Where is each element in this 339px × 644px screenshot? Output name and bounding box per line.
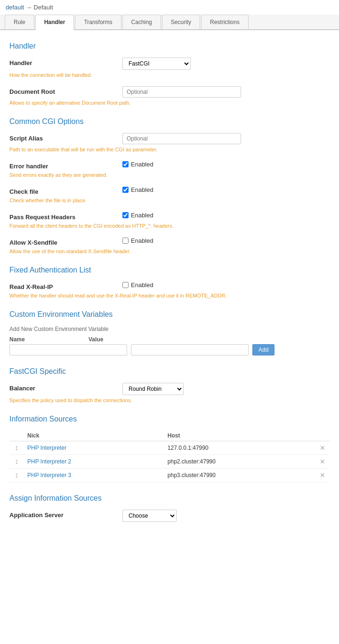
handler-field-group: Handler FastCGI CGI Static Proxy How the…	[9, 58, 330, 78]
app-server-label: Application Server	[9, 510, 122, 519]
check-file-checkbox-wrapper: Enabled	[122, 186, 330, 193]
info-nick-link[interactable]: PHP Interpreter 2	[27, 458, 71, 465]
remove-row-cell: ✕	[315, 469, 330, 482]
balancer-select[interactable]: Round Robin IP Hash Least Connections	[122, 383, 184, 395]
tab-caching[interactable]: Caching	[122, 15, 161, 29]
read-xrealip-checkbox-wrapper: Enabled	[122, 281, 330, 289]
tab-restrictions[interactable]: Restrictions	[201, 15, 249, 29]
fastcgi-section: FastCGI Specific Balancer Round Robin IP…	[9, 367, 330, 403]
check-file-text: Enabled	[131, 186, 153, 193]
pass-request-headers-checkbox[interactable]	[122, 212, 129, 218]
fixed-auth-section: Fixed Authentication List Read X-Real-IP…	[9, 266, 330, 298]
allow-xsendfile-text: Enabled	[131, 237, 153, 244]
assign-sources-section: Assign Information Sources Application S…	[9, 494, 330, 522]
document-root-input[interactable]	[122, 86, 241, 98]
env-input-row: Add	[9, 344, 330, 355]
check-file-label: Check file	[9, 186, 122, 195]
read-xrealip-hint: Whether the handler should read and use …	[9, 293, 330, 298]
remove-icon[interactable]: ✕	[320, 471, 325, 479]
balancer-select-wrapper: Round Robin IP Hash Least Connections	[122, 383, 330, 395]
breadcrumb-current: Default	[33, 4, 53, 11]
check-file-checkbox[interactable]	[122, 187, 129, 193]
allow-xsendfile-label: Allow X-Sendfile	[9, 237, 122, 246]
handler-select[interactable]: FastCGI CGI Static Proxy	[122, 58, 191, 70]
read-xrealip-text: Enabled	[131, 281, 153, 289]
error-handler-checkbox[interactable]	[122, 161, 129, 167]
allow-xsendfile-checkbox[interactable]	[122, 238, 129, 244]
pass-request-headers-label: Pass Request Headers	[9, 212, 122, 221]
handler-section-title: Handler	[9, 42, 330, 50]
balancer-hint: Specifies the policy used to dispatch th…	[9, 397, 330, 403]
custom-env-title: Custom Environment Variables	[9, 310, 330, 319]
tab-security[interactable]: Security	[162, 15, 200, 29]
table-row: ↕ PHP Interpreter 3 php3.cluster:47990 ✕	[9, 469, 330, 482]
info-table-header-row: Nick Host	[9, 430, 330, 441]
app-server-group: Application Server Choose PHP Interprete…	[9, 510, 330, 522]
handler-label: Handler	[9, 58, 122, 66]
app-server-select[interactable]: Choose PHP Interpreter PHP Interpreter 2…	[122, 510, 177, 522]
common-cgi-section: Common CGI Options Script Alias Path to …	[9, 117, 330, 254]
breadcrumb-default-link[interactable]: default	[6, 4, 24, 11]
assign-sources-title: Assign Information Sources	[9, 494, 330, 503]
fixed-auth-title: Fixed Authentication List	[9, 266, 330, 274]
add-env-label: Add New Custom Environment Variable	[9, 326, 330, 332]
info-nick-cell: PHP Interpreter 2	[24, 455, 164, 469]
env-name-col-header: Name	[9, 336, 85, 343]
remove-icon[interactable]: ✕	[320, 444, 325, 452]
pass-request-headers-checkbox-wrapper: Enabled	[122, 212, 330, 219]
app-server-select-wrapper: Choose PHP Interpreter PHP Interpreter 2…	[122, 510, 330, 522]
allow-xsendfile-checkbox-wrapper: Enabled	[122, 237, 330, 244]
handler-section: Handler Handler FastCGI CGI Static Proxy…	[9, 42, 330, 106]
drag-handle-icon[interactable]: ↕	[9, 441, 24, 455]
custom-env-section: Custom Environment Variables Add New Cus…	[9, 310, 330, 355]
remove-icon[interactable]: ✕	[320, 458, 325, 465]
info-nick-link[interactable]: PHP Interpreter 3	[27, 472, 71, 479]
pass-request-headers-group: Pass Request Headers Enabled Forward all…	[9, 212, 330, 229]
balancer-group: Balancer Round Robin IP Hash Least Conne…	[9, 383, 330, 403]
check-file-group: Check file Enabled Check whether the fil…	[9, 186, 330, 203]
common-cgi-title: Common CGI Options	[9, 117, 330, 126]
breadcrumb: default → Default	[0, 0, 339, 15]
info-host-cell: 127.0.0.1:47990	[164, 441, 315, 455]
document-root-group: Document Root Allows to specify an alter…	[9, 86, 330, 106]
allow-xsendfile-group: Allow X-Sendfile Enabled Allow the use o…	[9, 237, 330, 254]
script-alias-input[interactable]	[122, 133, 241, 144]
info-sources-table: Nick Host ↕ PHP Interpreter 127.0.0.1:47…	[9, 430, 330, 482]
info-host-cell: php2.cluster:47990	[164, 455, 315, 469]
info-nick-link[interactable]: PHP Interpreter	[27, 445, 66, 451]
balancer-label: Balancer	[9, 383, 122, 392]
read-xrealip-group: Read X-Real-IP Enabled Whether the handl…	[9, 281, 330, 298]
error-handler-group: Error handler Enabled Send errors exactl…	[9, 161, 330, 178]
handler-hint: How the connection will be handled.	[9, 72, 330, 78]
table-row: ↕ PHP Interpreter 2 php2.cluster:47990 ✕	[9, 455, 330, 469]
drag-handle-icon[interactable]: ↕	[9, 455, 24, 469]
error-handler-checkbox-wrapper: Enabled	[122, 161, 330, 168]
info-nick-cell: PHP Interpreter	[24, 441, 164, 455]
handler-select-wrapper: FastCGI CGI Static Proxy	[122, 58, 330, 70]
document-root-label: Document Root	[9, 86, 122, 95]
tab-transforms[interactable]: Transforms	[75, 15, 121, 29]
tab-handler[interactable]: Handler	[35, 15, 74, 30]
error-handler-text: Enabled	[131, 161, 153, 168]
env-name-input[interactable]	[9, 344, 127, 355]
env-col-headers: Name Value	[9, 336, 330, 343]
remove-row-cell: ✕	[315, 455, 330, 469]
drag-handle-icon[interactable]: ↕	[9, 469, 24, 482]
info-nick-cell: PHP Interpreter 3	[24, 469, 164, 482]
read-xrealip-checkbox[interactable]	[122, 282, 129, 288]
col-header-handle	[9, 430, 24, 441]
main-content: Handler Handler FastCGI CGI Static Proxy…	[0, 30, 339, 541]
information-sources-section: Information Sources Nick Host ↕ PHP Inte…	[9, 415, 330, 482]
col-header-remove	[315, 430, 330, 441]
pass-request-headers-text: Enabled	[131, 212, 153, 219]
fastcgi-title: FastCGI Specific	[9, 367, 330, 376]
tab-rule[interactable]: Rule	[5, 15, 34, 29]
pass-request-headers-hint: Forward all the client headers to the CG…	[9, 223, 330, 229]
env-value-input[interactable]	[131, 344, 249, 355]
add-env-button[interactable]: Add	[252, 344, 274, 355]
error-handler-hint: Send errors exactly as they are generate…	[9, 172, 330, 178]
script-alias-group: Script Alias Path to an executable that …	[9, 133, 330, 152]
check-file-hint: Check whether the file is in place.	[9, 198, 330, 203]
tab-bar: Rule Handler Transforms Caching Security…	[0, 15, 339, 30]
info-host-cell: php3.cluster:47990	[164, 469, 315, 482]
